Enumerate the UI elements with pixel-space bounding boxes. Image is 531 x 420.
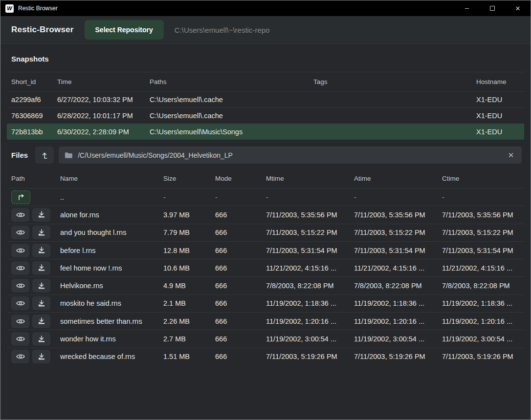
select-repository-button[interactable]: Select Repository xyxy=(85,20,164,40)
file-size: 7.79 MB xyxy=(159,229,211,236)
dump-snapshot-button[interactable] xyxy=(35,147,54,164)
restore-button[interactable] xyxy=(32,279,50,293)
file-row[interactable]: and you thought l.rns 7.79 MB 666 7/11/2… xyxy=(7,224,524,241)
restore-button[interactable] xyxy=(32,244,50,257)
file-mode: 666 xyxy=(211,247,262,254)
preview-button[interactable] xyxy=(11,279,29,293)
file-mode: 666 xyxy=(211,229,262,236)
restore-button[interactable] xyxy=(32,315,50,328)
up-arrow-icon xyxy=(40,151,49,160)
file-atime: 11/19/2002, 1:18:36 ... xyxy=(350,299,438,307)
file-mtime: 11/19/2002, 3:00:54 ... xyxy=(262,335,350,343)
file-name: .. xyxy=(56,193,159,201)
snapshot-row[interactable]: 76306869 6/28/2022, 10:01:17 PM C:\Users… xyxy=(7,107,524,124)
file-row[interactable]: alone for.rns 3.97 MB 666 7/11/2003, 5:3… xyxy=(7,206,524,223)
maximize-button[interactable] xyxy=(480,0,505,16)
eye-icon xyxy=(16,282,25,289)
file-row[interactable]: moskito he said.rns 2.1 MB 666 11/19/200… xyxy=(7,294,524,312)
parent-dir-button[interactable] xyxy=(11,190,30,204)
column-header-time: Time xyxy=(53,78,145,85)
minimize-button[interactable]: ─ xyxy=(454,0,480,16)
file-mtime: 11/21/2002, 4:15:16 ... xyxy=(262,264,350,272)
file-ctime: 7/11/2003, 5:15:22 PM xyxy=(438,229,524,236)
restore-button[interactable] xyxy=(32,208,50,222)
file-atime: - xyxy=(350,193,438,201)
snapshot-short-id: 76306869 xyxy=(7,112,53,120)
snapshot-hostname: X1-EDU xyxy=(472,128,524,136)
column-header-atime: Atime xyxy=(350,175,438,182)
clear-path-button[interactable]: ✕ xyxy=(505,149,517,161)
file-mode: 666 xyxy=(211,264,262,272)
file-mode: 666 xyxy=(211,335,262,343)
column-header-name: Name xyxy=(56,175,159,182)
snapshot-hostname: X1-EDU xyxy=(472,112,524,120)
close-icon: ✕ xyxy=(508,151,514,160)
file-row[interactable]: before l.rns 12.8 MB 666 7/11/2003, 5:31… xyxy=(7,241,524,259)
file-atime: 11/19/2002, 1:20:16 ... xyxy=(350,317,438,325)
file-name: Helvikone.rns xyxy=(56,282,159,290)
preview-button[interactable] xyxy=(11,315,29,328)
restore-button[interactable] xyxy=(32,261,50,275)
file-atime: 7/11/2003, 5:15:22 PM xyxy=(350,229,438,236)
file-mode: 666 xyxy=(211,299,262,307)
file-ctime: - xyxy=(438,193,524,201)
eye-icon xyxy=(16,300,25,307)
snapshot-hostname: X1-EDU xyxy=(472,96,524,104)
file-atime: 11/21/2002, 4:15:16 ... xyxy=(350,264,438,272)
preview-button[interactable] xyxy=(11,332,29,346)
restore-button[interactable] xyxy=(32,350,50,363)
file-mtime: 7/11/2003, 5:35:56 PM xyxy=(262,211,350,219)
folder-icon xyxy=(65,152,73,159)
preview-button[interactable] xyxy=(11,226,29,239)
file-mtime: 7/8/2003, 8:22:08 PM xyxy=(262,282,350,290)
preview-button[interactable] xyxy=(11,208,29,222)
column-header-mode: Mode xyxy=(211,175,262,182)
snapshot-short-id: 72b813bb xyxy=(7,128,53,136)
preview-button[interactable] xyxy=(11,350,29,363)
snapshot-paths: C:\Users\emuell\.cache xyxy=(145,112,309,120)
snapshot-row[interactable]: a2299af6 6/27/2022, 10:03:32 PM C:\Users… xyxy=(7,91,524,107)
preview-button[interactable] xyxy=(11,296,29,310)
titlebar[interactable]: W Restic Browser ─ ✕ xyxy=(0,0,531,16)
breadcrumb-path: /C/Users/emuell/Music/Songs/2004_Helveti… xyxy=(78,151,500,159)
close-button[interactable]: ✕ xyxy=(505,0,531,16)
file-ctime: 11/19/2002, 3:00:54 ... xyxy=(438,335,524,343)
file-row[interactable]: Helvikone.rns 4.9 MB 666 7/8/2003, 8:22:… xyxy=(7,276,524,294)
file-mode: 666 xyxy=(211,282,262,290)
snapshot-row[interactable]: 72b813bb 6/30/2022, 2:28:09 PM C:\Users\… xyxy=(7,124,524,140)
preview-button[interactable] xyxy=(11,261,29,275)
restore-button[interactable] xyxy=(32,296,50,310)
eye-icon xyxy=(16,211,25,218)
repository-path: C:\Users\emuell\~\restic-repo xyxy=(175,26,270,34)
eye-icon xyxy=(16,229,25,236)
snapshots-table-body: a2299af6 6/27/2022, 10:03:32 PM C:\Users… xyxy=(7,91,524,140)
restore-button[interactable] xyxy=(32,332,50,346)
file-ctime: 7/8/2003, 8:22:08 PM xyxy=(438,282,524,290)
file-size: 3.97 MB xyxy=(159,211,211,219)
eye-icon xyxy=(16,353,25,360)
preview-button[interactable] xyxy=(11,244,29,257)
file-mode: - xyxy=(211,193,262,201)
file-name: and you thought l.rns xyxy=(56,229,159,236)
file-mode: 666 xyxy=(211,317,262,325)
file-row[interactable]: wrecked because of.rns 1.51 MB 666 7/11/… xyxy=(7,348,524,365)
files-table: Path Name Size Mode Mtime Atime Ctime xyxy=(0,169,531,365)
column-header-hostname: Hostname xyxy=(472,78,524,85)
restore-button[interactable] xyxy=(32,226,50,239)
app-window: W Restic Browser ─ ✕ Restic-Browser Sele… xyxy=(0,0,531,420)
file-row[interactable]: feel home now !.rns 10.6 MB 666 11/21/20… xyxy=(7,259,524,276)
file-mtime: 11/19/2002, 1:20:16 ... xyxy=(262,317,350,325)
file-ctime: 11/19/2002, 1:18:36 ... xyxy=(438,299,524,307)
download-icon xyxy=(38,247,45,254)
file-row[interactable]: wonder how it.rns 2.7 MB 666 11/19/2002,… xyxy=(7,330,524,347)
file-ctime: 11/19/2002, 1:20:16 ... xyxy=(438,317,524,325)
file-atime: 7/8/2003, 8:22:08 PM xyxy=(350,282,438,290)
download-icon xyxy=(38,229,45,236)
column-header-ctime: Ctime xyxy=(438,175,524,182)
file-name: before l.rns xyxy=(56,247,159,254)
file-row[interactable]: sometimes better than.rns 2.26 MB 666 11… xyxy=(7,312,524,330)
file-size: 2.7 MB xyxy=(159,335,211,343)
file-ctime: 7/11/2003, 5:31:54 PM xyxy=(438,247,524,254)
app-header: Restic-Browser Select Repository C:\User… xyxy=(0,16,531,44)
files-table-header: Path Name Size Mode Mtime Atime Ctime xyxy=(7,169,524,188)
